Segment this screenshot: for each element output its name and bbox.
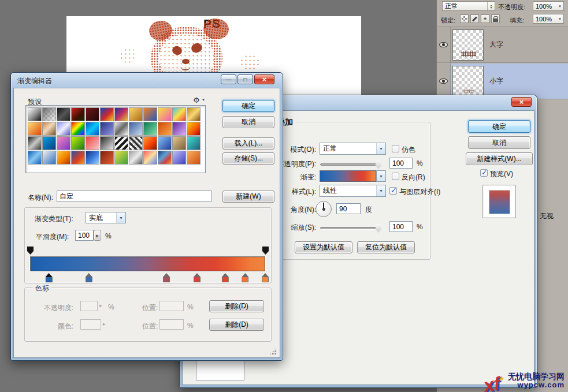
gradient-preset-swatch[interactable] bbox=[114, 107, 128, 121]
gradient-preset-swatch[interactable] bbox=[172, 107, 186, 121]
ok-button[interactable]: 确定 bbox=[468, 120, 530, 133]
chevron-down-icon[interactable]: ▼ bbox=[377, 171, 385, 181]
gradient-preset-swatch[interactable] bbox=[100, 107, 114, 121]
blend-mode-dropdown[interactable]: 正常 ▼ bbox=[320, 143, 386, 155]
gradient-preset-swatch[interactable] bbox=[28, 136, 42, 150]
chevron-down-icon[interactable]: ▼ bbox=[376, 185, 385, 196]
delete-opacity-stop-button[interactable]: 删除(D) bbox=[209, 300, 264, 312]
smoothness-popup-button[interactable]: ▸ bbox=[94, 230, 101, 241]
gradient-preset-swatch[interactable] bbox=[187, 107, 201, 121]
save-button[interactable]: 存储(S)... bbox=[222, 152, 274, 165]
gradient-preset-swatch[interactable] bbox=[114, 122, 128, 136]
visibility-toggle[interactable] bbox=[437, 64, 451, 99]
reverse-checkbox[interactable] bbox=[392, 173, 399, 180]
gradient-preset-swatch[interactable] bbox=[86, 151, 99, 165]
gradient-preset-swatch[interactable] bbox=[100, 151, 114, 165]
gradient-preset-swatch[interactable] bbox=[143, 107, 157, 121]
dither-checkbox[interactable] bbox=[392, 145, 399, 152]
gradient-preset-swatch[interactable] bbox=[129, 136, 143, 150]
gradient-preset-swatch[interactable] bbox=[100, 122, 114, 136]
color-stop[interactable] bbox=[163, 273, 170, 282]
lock-pixels-icon[interactable] bbox=[470, 14, 479, 23]
gradient-preset-swatch[interactable] bbox=[187, 122, 201, 136]
gradient-preset-swatch[interactable] bbox=[71, 151, 85, 165]
scale-slider[interactable] bbox=[320, 227, 381, 229]
gradient-preset-swatch[interactable] bbox=[114, 151, 128, 165]
ok-button[interactable]: 确定 bbox=[222, 100, 274, 112]
gradient-editor-titlebar[interactable]: 渐变编辑器 — □ × bbox=[11, 73, 283, 88]
reset-default-button[interactable]: 复位为默认值 bbox=[357, 241, 415, 253]
gradient-preset-swatch[interactable] bbox=[100, 136, 114, 150]
maximize-button[interactable]: □ bbox=[237, 74, 253, 84]
opacity-select[interactable]: 100% ▼ bbox=[533, 1, 564, 11]
gradient-preset-swatch[interactable] bbox=[158, 107, 172, 121]
color-stop[interactable] bbox=[242, 273, 248, 282]
gradient-preset-swatch[interactable] bbox=[158, 151, 172, 165]
fill-select[interactable]: 100% ▼ bbox=[533, 14, 564, 24]
chevron-down-icon[interactable]: ▼ bbox=[116, 212, 125, 223]
gradient-preset-swatch[interactable] bbox=[143, 122, 157, 136]
set-default-button[interactable]: 设置为默认值 bbox=[295, 241, 352, 253]
layer-thumbnail[interactable] bbox=[452, 66, 484, 97]
angle-dial[interactable] bbox=[315, 201, 332, 217]
align-with-layer-checkbox[interactable] bbox=[389, 187, 397, 195]
gradient-preset-swatch[interactable] bbox=[129, 107, 143, 121]
gradient-preset-swatch[interactable] bbox=[71, 136, 85, 150]
lock-all-icon[interactable] bbox=[491, 14, 500, 23]
preview-checkbox[interactable] bbox=[480, 169, 488, 177]
gradient-preset-swatch[interactable] bbox=[143, 151, 157, 165]
chevron-down-icon[interactable]: ▼ bbox=[556, 5, 563, 8]
layer-name[interactable]: 小字 bbox=[489, 76, 503, 86]
gradient-preset-swatch[interactable] bbox=[28, 107, 42, 121]
chevron-down-icon[interactable]: ▼ bbox=[202, 98, 205, 102]
gradient-preview-bar[interactable] bbox=[30, 256, 265, 271]
angle-value-field[interactable]: 90 bbox=[336, 203, 361, 214]
spinner-down-icon[interactable]: ▼ bbox=[490, 6, 493, 9]
gradient-preset-swatch[interactable] bbox=[42, 136, 56, 150]
new-style-button[interactable]: 新建样式(W)... bbox=[466, 152, 533, 165]
color-stop[interactable] bbox=[86, 273, 92, 282]
opacity-value-field[interactable]: 100 bbox=[389, 158, 413, 169]
gear-icon[interactable]: ⚙ bbox=[193, 96, 200, 104]
close-button[interactable]: × bbox=[511, 97, 532, 107]
gradient-preset-swatch[interactable] bbox=[86, 136, 99, 150]
blend-mode-select[interactable]: 正常 ▲ ▼ bbox=[442, 1, 495, 11]
lock-position-icon[interactable]: + bbox=[481, 14, 489, 23]
resize-grip[interactable] bbox=[269, 348, 277, 355]
gradient-preset-swatch[interactable] bbox=[71, 107, 85, 121]
gradient-type-dropdown[interactable]: 实底 ▼ bbox=[86, 212, 126, 223]
color-stop[interactable] bbox=[194, 273, 201, 282]
gradient-preset-swatch[interactable] bbox=[143, 136, 157, 150]
scale-value-field[interactable]: 100 bbox=[389, 221, 413, 232]
gradient-preset-swatch[interactable] bbox=[129, 122, 143, 136]
gradient-preset-swatch[interactable] bbox=[42, 107, 56, 121]
gradient-preset-swatch[interactable] bbox=[42, 122, 56, 136]
color-stop[interactable] bbox=[222, 273, 229, 282]
name-field[interactable]: 自定 bbox=[57, 191, 211, 202]
gradient-dropdown-arrow[interactable]: ▼ bbox=[376, 170, 386, 182]
gradient-preset-swatch[interactable] bbox=[28, 151, 42, 165]
gradient-preset-swatch[interactable] bbox=[57, 122, 70, 136]
cancel-button[interactable]: 取消 bbox=[222, 116, 274, 128]
gradient-preset-swatch[interactable] bbox=[158, 122, 172, 136]
layer-name[interactable]: 大字 bbox=[489, 40, 503, 50]
gradient-preset-swatch[interactable] bbox=[172, 122, 186, 136]
color-stop[interactable] bbox=[46, 273, 53, 282]
gradient-preset-swatch[interactable] bbox=[42, 151, 56, 165]
smoothness-field[interactable]: 100 bbox=[75, 230, 94, 241]
gradient-preset-swatch[interactable] bbox=[129, 151, 143, 165]
layer-row-xiaozi[interactable]: 小字 bbox=[437, 64, 568, 99]
chevron-down-icon[interactable]: ▼ bbox=[376, 143, 385, 154]
spinner-arrows-icon[interactable]: ▲ ▼ bbox=[487, 2, 495, 10]
gradient-preset-swatch[interactable] bbox=[187, 151, 201, 165]
gradient-preset-swatch[interactable] bbox=[158, 136, 172, 150]
gradient-preset-swatch[interactable] bbox=[86, 122, 99, 136]
lock-transparency-icon[interactable] bbox=[460, 14, 469, 23]
close-button[interactable]: × bbox=[254, 74, 274, 84]
gradient-preset-swatch[interactable] bbox=[71, 122, 85, 136]
opacity-slider[interactable] bbox=[320, 163, 381, 166]
gradient-preset-swatch[interactable] bbox=[172, 151, 186, 165]
load-button[interactable]: 载入(L)... bbox=[222, 137, 274, 150]
new-button[interactable]: 新建(W) bbox=[222, 191, 274, 203]
gradient-preset-swatch[interactable] bbox=[28, 122, 42, 136]
